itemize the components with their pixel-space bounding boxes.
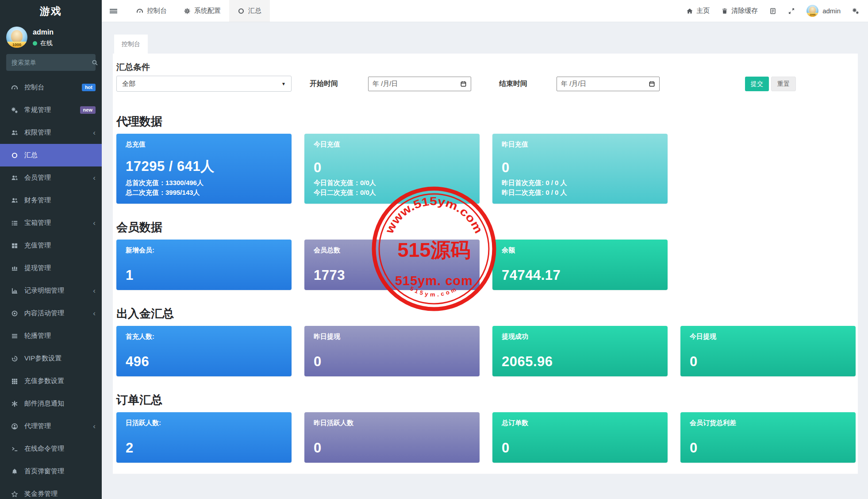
sidebar-item-提现管理[interactable]: 提现管理 [0, 257, 102, 279]
sidebar-item-内容活动管理[interactable]: 内容活动管理‹ [0, 302, 102, 325]
chevron-left-icon: ‹ [93, 422, 96, 430]
card-value: 0 [314, 354, 470, 370]
card-row: 总充值17295 / 641人总首次充值：13300/496人总二次充值：399… [116, 134, 858, 204]
sidebar-item-首页弹窗管理[interactable]: 首页弹窗管理 [0, 460, 102, 483]
sidebar-item-充值参数设置[interactable]: 充值参数设置 [0, 370, 102, 392]
start-date-input[interactable]: 年 /月/日 [368, 77, 471, 91]
section-title: 出入金汇总 [116, 306, 858, 321]
sidebar-item-label: 在线命令管理 [24, 445, 64, 453]
user-status: 在线 [33, 39, 54, 47]
expand-icon [788, 8, 795, 15]
chevron-left-icon: ‹ [93, 174, 96, 182]
search-icon[interactable] [92, 59, 98, 66]
sidebar-item-label: 充值管理 [24, 241, 51, 250]
card-label: 昨日提现 [314, 333, 470, 341]
sidebar-item-label: 内容活动管理 [24, 309, 64, 317]
card-value: 17295 / 641人 [126, 157, 282, 176]
search-input[interactable] [12, 59, 92, 66]
stat-card: 新增会员:1 [116, 240, 292, 290]
sidebar-item-label: 会员管理 [24, 174, 51, 182]
card-label: 会员总数 [314, 246, 470, 255]
language-icon [769, 8, 776, 15]
stat-card: 会员总数1773 [304, 240, 480, 290]
card-subline: 今日二次充值：0/0人 [314, 189, 470, 197]
sidebar-item-label: 常规管理 [24, 106, 51, 114]
sidebar: 游戏 1000 admin 在线 控制台hot常规管理new权限管理‹汇总会员管… [0, 0, 102, 499]
circle-icon [10, 152, 19, 159]
home-label: 主页 [696, 7, 710, 15]
grid-icon [10, 242, 19, 249]
admin-dashboard: 游戏 1000 admin 在线 控制台hot常规管理new权限管理‹汇总会员管… [0, 0, 868, 499]
sidebar-item-代理管理[interactable]: 代理管理‹ [0, 415, 102, 437]
sidebar-item-控制台[interactable]: 控制台hot [0, 76, 102, 99]
sidebar-item-label: 汇总 [24, 151, 38, 159]
sidebar-item-宝箱管理[interactable]: 宝箱管理‹ [0, 212, 102, 234]
sidebar-item-label: 奖金券管理 [24, 490, 58, 498]
sidebar-item-label: 提现管理 [24, 264, 51, 272]
clear-cache-button[interactable]: 清除缓存 [721, 7, 758, 15]
reset-button[interactable]: 重置 [771, 77, 796, 91]
summary-type-select[interactable]: 全部 ▼ [116, 76, 292, 92]
stat-card: 提现成功2065.96 [492, 326, 668, 376]
gear-icon [184, 8, 191, 15]
sidebar-item-VIP参数设置[interactable]: VIP参数设置 [0, 347, 102, 370]
home-link[interactable]: 主页 [686, 7, 710, 15]
stat-card: 昨日提现0 [304, 326, 480, 376]
sidebar-item-会员管理[interactable]: 会员管理‹ [0, 166, 102, 189]
sidebar-item-充值管理[interactable]: 充值管理 [0, 234, 102, 257]
section-title: 会员数据 [116, 220, 858, 235]
user-name: admin [33, 28, 54, 36]
sidebar-item-label: 财务管理 [24, 196, 51, 205]
stat-card: 昨日充值0昨日首次充值: 0 / 0 人昨日二次充值: 0 / 0 人 [492, 134, 668, 204]
sidebar-item-邮件消息通知[interactable]: 邮件消息通知 [0, 392, 102, 415]
fullscreen-button[interactable] [788, 8, 795, 15]
calendar-icon[interactable] [460, 81, 467, 87]
page-tab-console[interactable]: 控制台 [114, 35, 148, 54]
card-label: 会员订货总利差 [690, 419, 846, 427]
sidebar-item-label: 邮件消息通知 [24, 399, 64, 408]
card-value: 0 [690, 440, 846, 456]
topbar-tab-控制台[interactable]: 控制台 [128, 0, 175, 22]
topbar-user-name: admin [822, 7, 841, 15]
menu-badge: new [80, 106, 96, 114]
topbar-user-menu[interactable]: 1000 admin [807, 5, 841, 17]
sidebar-item-记录明细管理[interactable]: 记录明细管理‹ [0, 279, 102, 302]
sidebar-item-常规管理[interactable]: 常规管理new [0, 99, 102, 121]
sidebar-item-在线命令管理[interactable]: 在线命令管理 [0, 437, 102, 460]
section-title: 代理数据 [116, 114, 858, 129]
stat-card: 今日提现0 [680, 326, 856, 376]
stat-card: 今日充值0今日首次充值：0/0人今日二次充值：0/0人 [304, 134, 480, 204]
chevron-left-icon: ‹ [93, 129, 96, 136]
card-value: 496 [126, 354, 282, 370]
users-icon [10, 129, 19, 136]
hamburger-icon[interactable] [102, 8, 125, 15]
topbar-tab-label: 汇总 [248, 7, 261, 15]
card-subline: 昨日二次充值: 0 / 0 人 [502, 189, 658, 197]
sidebar-item-label: 轮播管理 [24, 332, 51, 340]
submit-button[interactable]: 提交 [745, 77, 769, 91]
calendar-icon[interactable] [649, 81, 655, 87]
history-icon [10, 355, 19, 362]
sidebar-item-财务管理[interactable]: 财务管理 [0, 189, 102, 212]
topbar-tab-系统配置[interactable]: 系统配置 [175, 0, 229, 22]
card-row: 日活跃人数:2昨日活跃人数0总订单数0会员订货总利差0 [116, 412, 858, 463]
card-value: 0 [690, 354, 846, 370]
sidebar-item-权限管理[interactable]: 权限管理‹ [0, 121, 102, 144]
sidebar-item-轮播管理[interactable]: 轮播管理 [0, 325, 102, 347]
card-value: 0 [314, 440, 470, 456]
terminal-icon [10, 445, 19, 453]
language-button[interactable] [769, 8, 776, 15]
withdraw-icon [10, 265, 19, 272]
settings-button[interactable] [852, 8, 859, 15]
topbar-tab-汇总[interactable]: 汇总 [229, 0, 270, 22]
card-label: 总充值 [126, 140, 282, 149]
menu-badge: hot [82, 84, 96, 91]
sidebar-item-汇总[interactable]: 汇总 [0, 144, 102, 166]
chevron-left-icon: ‹ [93, 287, 96, 294]
stat-card: 总订单数0 [492, 412, 668, 463]
card-label: 新增会员: [126, 246, 282, 255]
end-date-input[interactable]: 年 /月/日 [557, 77, 660, 91]
avatar-badge: 1000 [807, 13, 818, 17]
card-value: 0 [314, 160, 470, 176]
sidebar-item-奖金券管理[interactable]: 奖金券管理 [0, 483, 102, 499]
